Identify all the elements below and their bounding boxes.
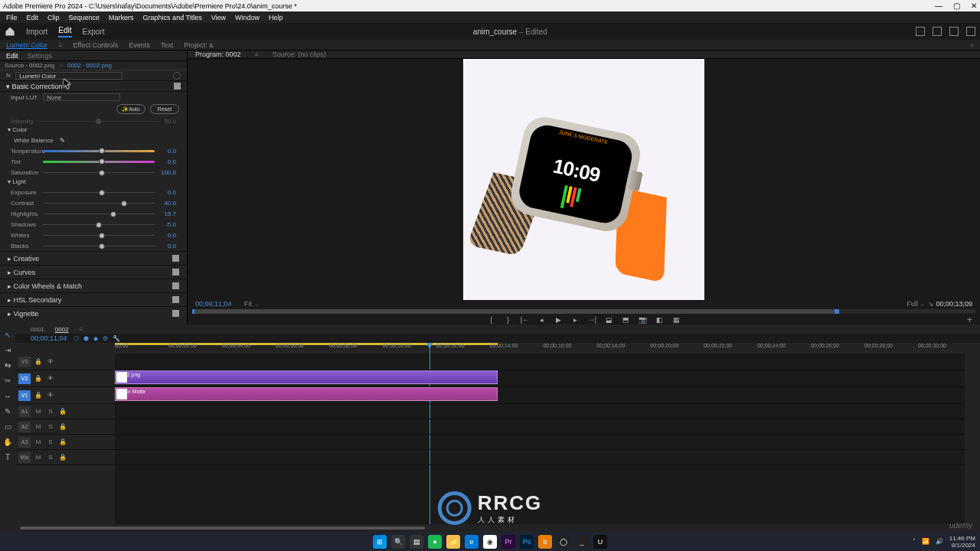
lock-icon[interactable]: 🔒 <box>58 438 67 447</box>
system-tray[interactable]: ˄ 📶 🔊 11:46 PM 8/1/2024 <box>913 535 975 549</box>
track-lane-V2[interactable]: 0002.png <box>115 370 965 387</box>
explorer-icon[interactable]: 📁 <box>446 535 460 549</box>
input-lut-dropdown[interactable]: None <box>44 93 120 101</box>
blender-icon[interactable]: b <box>538 535 552 549</box>
close-icon[interactable]: ✕ <box>971 2 977 10</box>
slider-value[interactable]: 0.0 <box>159 148 176 155</box>
track-target-V2[interactable]: V2 <box>18 373 31 384</box>
lumetri-tab-settings[interactable]: Settings <box>28 52 53 60</box>
sequence-tab-0002[interactable]: 0002 <box>55 326 69 333</box>
slider-value[interactable]: 0.0 <box>159 232 176 239</box>
menu-markers[interactable]: Markers <box>109 14 134 21</box>
track-lane-A2[interactable] <box>115 419 965 435</box>
mute-icon[interactable]: M <box>34 438 43 447</box>
section-checkbox[interactable] <box>172 296 179 303</box>
lumetri-tab-edit[interactable]: Edit <box>6 52 18 60</box>
track-target-V1[interactable]: V1 <box>18 390 31 401</box>
track-target-A2[interactable]: A2 <box>18 422 31 432</box>
slider-value[interactable]: 40.0 <box>159 200 176 207</box>
track-lane-V1[interactable]: Color Matte <box>115 387 965 404</box>
lock-icon[interactable]: 🔒 <box>58 453 67 462</box>
volume-icon[interactable]: 🔊 <box>936 538 943 545</box>
hand-tool-icon[interactable]: ✋ <box>2 436 13 447</box>
solo-icon[interactable]: S <box>46 422 55 432</box>
track-eye-icon[interactable]: 👁 <box>46 391 55 400</box>
solo-icon[interactable]: S <box>46 438 55 447</box>
panel-tab-lumetri[interactable]: Lumetri Color <box>6 41 47 49</box>
timeline-timecode[interactable]: 00;00;11;04 <box>31 334 67 342</box>
home-icon[interactable] <box>5 26 15 37</box>
section-checkbox[interactable] <box>172 269 179 276</box>
program-tab[interactable]: Program: 0002 <box>195 51 241 58</box>
start-icon[interactable]: ⊞ <box>373 535 387 549</box>
search-icon[interactable]: 🔍 <box>391 535 405 549</box>
reset-effect-icon[interactable] <box>173 72 181 80</box>
taskview-icon[interactable]: ▤ <box>410 535 423 549</box>
share-icon[interactable] <box>933 27 942 36</box>
menu-view[interactable]: View <box>211 14 226 21</box>
timeline-zoom-scroll[interactable] <box>15 524 980 532</box>
section-vignette[interactable]: ▸ Vignette <box>0 306 187 320</box>
slider-value[interactable]: 0.0 <box>159 189 176 196</box>
source-tab[interactable]: Source: (no clips) <box>273 51 326 58</box>
section-creative[interactable]: ▸ Creative <box>0 251 187 265</box>
panel-tab-effectcontrols[interactable]: Effect Controls <box>73 41 118 49</box>
quick-export-icon[interactable] <box>949 27 959 36</box>
play-icon[interactable]: ▶ <box>554 315 564 324</box>
track-target-A1[interactable]: A1 <box>18 406 31 417</box>
tray-chevron-icon[interactable]: ˄ <box>913 538 916 545</box>
panel-tab-events[interactable]: Events <box>129 41 150 49</box>
obs-icon[interactable]: ◯ <box>557 535 570 549</box>
mark-out-icon[interactable]: } <box>504 315 513 324</box>
menu-graphics[interactable]: Graphics and Titles <box>143 14 202 21</box>
slider-value[interactable]: 0.0 <box>159 243 176 249</box>
workspace-icon[interactable] <box>916 27 925 36</box>
edge-icon[interactable]: e <box>465 535 479 549</box>
basic-correction-checkbox[interactable] <box>174 83 181 90</box>
photoshop-icon[interactable]: Ps <box>520 535 534 549</box>
track-lock-icon[interactable]: 🔒 <box>34 391 43 400</box>
terminal-icon[interactable]: _ <box>575 535 589 549</box>
wrench-icon[interactable]: 🔧 <box>113 335 120 342</box>
lift-icon[interactable]: ⬓ <box>605 315 614 324</box>
program-canvas[interactable]: JUNE 5 MODERATE 10:09 <box>188 59 980 300</box>
ripple-tool-icon[interactable]: ⇆ <box>2 360 13 370</box>
snap-icon[interactable]: ⬡ <box>74 335 79 342</box>
button-editor-icon[interactable]: + <box>967 315 972 325</box>
lock-icon[interactable]: 🔒 <box>58 407 67 416</box>
ws-export[interactable]: Export <box>83 28 105 36</box>
track-lane-A3[interactable] <box>115 435 965 450</box>
ws-edit[interactable]: Edit <box>58 26 71 37</box>
section-curves[interactable]: ▸ Curves <box>0 265 187 279</box>
panel-tab-text[interactable]: Text <box>161 41 174 49</box>
section-basic-correction[interactable]: ▾ Basic Correction <box>0 81 187 92</box>
lock-icon[interactable]: 🔒 <box>58 422 67 432</box>
type-tool-icon[interactable]: T <box>2 452 13 462</box>
temperature-slider[interactable] <box>43 150 155 152</box>
solo-icon[interactable]: S <box>46 407 55 416</box>
reset-button[interactable]: Reset <box>150 104 179 114</box>
sequence-tab-0001[interactable]: 0001 <box>31 326 44 333</box>
lumetri-clip-link[interactable]: 0002 · 0002.png <box>67 62 112 69</box>
ws-import[interactable]: Import <box>26 28 47 36</box>
mute-icon[interactable]: M <box>34 422 43 432</box>
menu-clip[interactable]: Clip <box>47 14 60 21</box>
track-lane-A1[interactable] <box>115 404 965 419</box>
menu-help[interactable]: Help <box>269 14 283 21</box>
menu-file[interactable]: File <box>6 14 18 21</box>
shadows-slider[interactable] <box>43 224 155 225</box>
go-to-out-icon[interactable]: →| <box>588 315 597 324</box>
eyedropper-icon[interactable]: ✎ <box>60 137 65 144</box>
track-lane-V3[interactable] <box>115 354 965 370</box>
step-fwd-icon[interactable]: ▸ <box>571 315 580 324</box>
mark-in-icon[interactable]: { <box>487 315 496 324</box>
highlights-slider[interactable] <box>43 214 155 214</box>
linked-sel-icon[interactable]: ⬢ <box>83 335 89 342</box>
track-lock-icon[interactable]: 🔒 <box>34 374 43 383</box>
pen-tool-icon[interactable]: ✎ <box>2 406 13 416</box>
comparison-icon[interactable]: ◧ <box>655 315 665 324</box>
clip-matte[interactable]: Color Matte <box>115 387 498 401</box>
slider-value[interactable]: 19.7 <box>159 210 176 217</box>
maximize-icon[interactable]: ▢ <box>953 2 960 10</box>
section-color-wheels-match[interactable]: ▸ Color Wheels & Match <box>0 279 187 292</box>
